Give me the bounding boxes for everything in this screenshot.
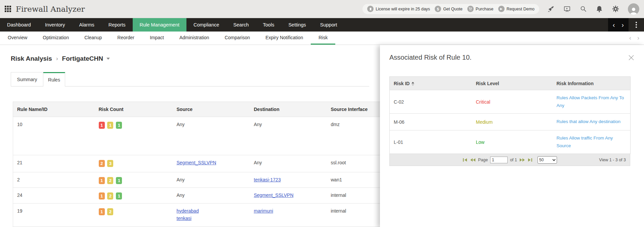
close-icon[interactable] — [628, 54, 635, 62]
subnav-item-overview[interactable]: Overview — [0, 32, 35, 45]
tab-rules[interactable]: Rules — [43, 72, 65, 87]
nav-scroll-pager: ‹ › — [608, 18, 629, 32]
cart-icon — [467, 6, 474, 12]
app-title: Firewall Analyzer — [16, 5, 85, 13]
subnav-item-comparison[interactable]: Comparison — [217, 32, 258, 45]
risk-count-badge-low[interactable]: 1 — [116, 122, 122, 129]
nav-item-alarms[interactable]: Alarms — [72, 18, 101, 32]
more-menu-kebab-icon[interactable] — [629, 22, 644, 28]
dollar-icon: $ — [435, 6, 441, 12]
risk-count-badge-medium[interactable]: 2 — [107, 177, 113, 184]
nav-item-compliance[interactable]: Compliance — [186, 18, 226, 32]
demo-screen-icon[interactable] — [563, 5, 571, 13]
user-avatar[interactable] — [628, 3, 639, 15]
search-icon[interactable] — [579, 5, 587, 13]
risk-count-badge-high[interactable]: 1 — [99, 208, 105, 215]
risk-id-cell: M-06 — [390, 114, 472, 130]
subnav-item-risk[interactable]: Risk — [311, 32, 335, 45]
purchase-button[interactable]: Purchase — [467, 6, 493, 12]
panel-title: Associated Risk of Rule 10. — [389, 54, 472, 61]
page-number-input[interactable] — [490, 157, 508, 163]
col-source: Source — [173, 102, 250, 117]
subnav-item-cleanup[interactable]: Cleanup — [77, 32, 110, 45]
risk-count-badge-critical[interactable]: 1 — [99, 122, 105, 129]
subnav-scroll-left-icon[interactable]: ‹ — [629, 35, 631, 42]
notifications-bell-icon[interactable] — [596, 5, 603, 13]
rule-id: 19 — [13, 204, 95, 227]
destination-cell: Any — [250, 155, 327, 172]
risk-info-link[interactable]: Rules that allow Any destination — [557, 118, 627, 125]
breadcrumb-chevron-icon: › — [56, 55, 58, 62]
get-quote-button[interactable]: $ Get Quote — [435, 6, 463, 12]
risk-count-badge-high[interactable]: 1 — [99, 177, 105, 184]
sort-icon[interactable] — [412, 82, 414, 86]
risk-count-badge-medium[interactable]: 3 — [107, 160, 113, 167]
source-link[interactable]: hyderabad — [177, 208, 247, 214]
risk-id-cell: C-02 — [390, 90, 472, 114]
risk-count-badge-medium[interactable]: 1 — [107, 122, 113, 129]
source-link[interactable]: tenkasi — [177, 216, 247, 221]
subnav-item-optimization[interactable]: Optimization — [35, 32, 77, 45]
rule-management-subnav: Overview Optimization Cleanup Reorder Im… — [0, 32, 644, 45]
subnav-item-impact[interactable]: Impact — [142, 32, 172, 45]
request-demo-button[interactable]: ▶ Request Demo — [498, 6, 534, 12]
table-row: L-01 Low Rules Allow traffic From Any So… — [390, 130, 631, 154]
destination-link[interactable]: Segment_SSLVPN — [254, 192, 294, 198]
col-risk-information: Risk Information — [553, 77, 631, 90]
next-page-icon[interactable] — [519, 158, 525, 162]
risk-count-badge-medium[interactable]: 2 — [107, 192, 113, 200]
destination-cell: Any — [250, 117, 327, 155]
page-size-select[interactable]: 50 — [538, 156, 557, 164]
source-link[interactable]: Segment_SSLVPN — [177, 160, 216, 165]
risk-count-badge-low[interactable]: 1 — [116, 192, 122, 200]
risk-count-badge-low[interactable]: 1 — [116, 177, 122, 184]
device-selector[interactable]: FortigateCHN — [62, 55, 110, 62]
col-risk-count: Risk Count — [95, 102, 173, 117]
risk-count-badge-medium[interactable]: 2 — [107, 208, 113, 215]
apps-grid-icon[interactable] — [5, 6, 11, 12]
previous-page-icon[interactable] — [470, 158, 476, 162]
breadcrumb-section: Risk Analysis — [11, 55, 52, 62]
risk-analysis-page: Risk Analysis › FortigateCHN Summary Rul… — [0, 45, 369, 227]
rule-id: 21 — [13, 155, 95, 172]
risk-tabs: Summary Rules — [11, 72, 369, 87]
destination-link[interactable]: tenkasi-1723 — [254, 177, 281, 182]
last-page-icon[interactable] — [527, 158, 532, 162]
subnav-item-administration[interactable]: Administration — [172, 32, 217, 45]
get-quote-label: Get Quote — [443, 7, 463, 11]
nav-item-settings[interactable]: Settings — [281, 18, 313, 32]
risk-info-link[interactable]: Rules Allow Packets From Any To Any — [557, 94, 627, 109]
col-risk-id[interactable]: Risk ID — [390, 77, 472, 90]
nav-item-search[interactable]: Search — [226, 18, 256, 32]
destination-link[interactable]: marimuni — [254, 208, 273, 214]
license-pill: License will expire in 25 days $ Get Quo… — [362, 4, 539, 14]
main-nav: Dashboard Inventory Alarms Reports Rule … — [0, 18, 644, 32]
subnav-item-reorder[interactable]: Reorder — [110, 32, 142, 45]
nav-item-tools[interactable]: Tools — [256, 18, 282, 32]
tab-summary[interactable]: Summary — [11, 72, 43, 87]
request-demo-label: Request Demo — [507, 7, 534, 11]
col-risk-level: Risk Level — [472, 77, 553, 90]
view-range-text: View 1 - 3 of 3 — [599, 158, 626, 162]
pagination-bar: Page of 1 50 View 1 - 3 of 3 — [389, 154, 630, 166]
subnav-item-expiry-notification[interactable]: Expiry Notification — [258, 32, 311, 45]
getting-started-rocket-icon[interactable] — [547, 5, 555, 13]
nav-item-dashboard[interactable]: Dashboard — [0, 18, 38, 32]
risk-count-badge-high[interactable]: 1 — [99, 192, 105, 200]
risk-id-cell: L-01 — [390, 130, 472, 154]
nav-scroll-right-icon[interactable]: › — [621, 21, 624, 28]
nav-item-rule-management[interactable]: Rule Management — [133, 18, 187, 32]
risk-count-badge-high[interactable]: 2 — [99, 160, 105, 167]
nav-item-support[interactable]: Support — [313, 18, 344, 32]
first-page-icon[interactable] — [463, 158, 468, 162]
settings-gear-icon[interactable] — [612, 5, 619, 13]
nav-scroll-left-icon[interactable]: ‹ — [613, 21, 615, 28]
play-icon: ▶ — [498, 6, 505, 12]
rule-id: 24 — [13, 188, 95, 204]
source-cell: Any — [173, 172, 250, 188]
subnav-scroll-right-icon[interactable]: › — [637, 35, 639, 42]
page-label: Page — [478, 158, 488, 162]
nav-item-inventory[interactable]: Inventory — [38, 18, 72, 32]
nav-item-reports[interactable]: Reports — [101, 18, 133, 32]
risk-info-link[interactable]: Rules Allow traffic From Any Source — [557, 134, 627, 150]
